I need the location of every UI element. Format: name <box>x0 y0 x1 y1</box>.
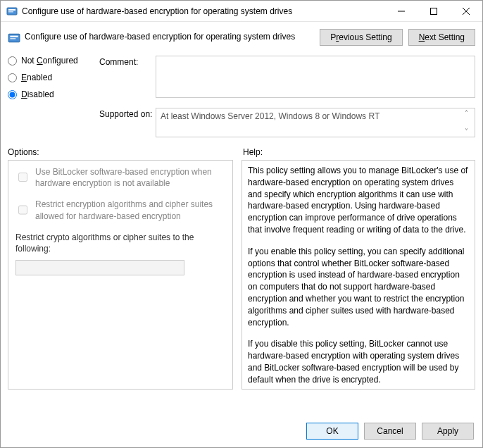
svg-rect-2 <box>8 11 13 13</box>
radio-not-configured-input[interactable] <box>8 56 17 66</box>
restrict-crypto-input <box>15 260 184 275</box>
comment-row: Comment: <box>99 56 475 98</box>
ok-button[interactable]: OK <box>306 423 358 440</box>
help-paragraph: If you enable this policy setting, you c… <box>248 246 469 329</box>
comment-textarea[interactable] <box>156 56 475 98</box>
supported-row: Supported on: At least Windows Server 20… <box>99 108 475 137</box>
policy-title: Configure use of hardware-based encrypti… <box>25 29 320 42</box>
title-bar: Configure use of hardware-based encrypti… <box>1 1 482 22</box>
help-text-scroll[interactable]: This policy setting allows you to manage… <box>242 161 475 389</box>
option-use-software-encryption: Use BitLocker software-based encryption … <box>15 166 225 189</box>
fields-column: Comment: Supported on: At least Windows … <box>99 56 475 137</box>
state-radio-group: Not Configured Enabled Disabled <box>8 56 99 137</box>
svg-rect-8 <box>10 36 18 37</box>
header-row: Configure use of hardware-based encrypti… <box>8 29 475 46</box>
maximize-button[interactable] <box>418 1 450 22</box>
help-paragraph: If you disable this policy setting, BitL… <box>248 338 469 385</box>
config-row: Not Configured Enabled Disabled Comment: <box>8 56 475 137</box>
option-restrict-algorithms-checkbox <box>18 200 27 219</box>
supported-on-text: At least Windows Server 2012, Windows 8 … <box>161 111 380 121</box>
supported-on-box: At least Windows Server 2012, Windows 8 … <box>156 108 475 137</box>
radio-disabled-input[interactable] <box>8 90 17 99</box>
minimize-button[interactable] <box>385 1 418 22</box>
previous-setting-button[interactable]: Previous Setting <box>320 29 402 46</box>
nav-buttons: Previous Setting Next Setting <box>320 29 475 46</box>
apply-button[interactable]: Apply <box>422 423 474 440</box>
dialog-footer: OK Cancel Apply <box>1 415 482 447</box>
close-button[interactable] <box>450 1 482 22</box>
window-title: Configure use of hardware-based encrypti… <box>22 6 385 16</box>
svg-rect-1 <box>8 9 15 11</box>
radio-enabled-input[interactable] <box>8 73 17 82</box>
option-restrict-algorithms: Restrict encryption algorithms and ciphe… <box>15 199 225 221</box>
app-icon <box>6 6 18 17</box>
section-labels: Options: Help: <box>8 147 475 157</box>
comment-label: Comment: <box>99 56 156 98</box>
policy-icon <box>8 32 20 44</box>
dialog-window: Configure use of hardware-based encrypti… <box>0 0 483 448</box>
radio-disabled[interactable]: Disabled <box>8 89 99 99</box>
radio-not-configured[interactable]: Not Configured <box>8 56 99 66</box>
help-label: Help: <box>233 147 475 157</box>
cancel-button[interactable]: Cancel <box>364 423 416 440</box>
options-pane: Use BitLocker software-based encryption … <box>8 160 233 390</box>
help-paragraph: This policy setting allows you to manage… <box>248 165 469 236</box>
panes: Use BitLocker software-based encryption … <box>8 160 475 390</box>
scroll-down-icon[interactable]: ˅ <box>465 128 473 135</box>
restrict-crypto-label: Restrict crypto algorithms or cipher sui… <box>15 232 225 254</box>
dialog-body: Configure use of hardware-based encrypti… <box>1 22 482 415</box>
supported-label: Supported on: <box>99 108 156 137</box>
svg-rect-9 <box>10 38 15 39</box>
radio-enabled[interactable]: Enabled <box>8 73 99 82</box>
scroll-up-icon[interactable]: ˄ <box>465 110 473 117</box>
option-use-software-encryption-checkbox <box>18 168 27 187</box>
help-pane: This policy setting allows you to manage… <box>242 160 475 390</box>
svg-rect-4 <box>431 8 437 14</box>
options-label: Options: <box>8 147 233 157</box>
next-setting-button[interactable]: Next Setting <box>408 29 475 46</box>
